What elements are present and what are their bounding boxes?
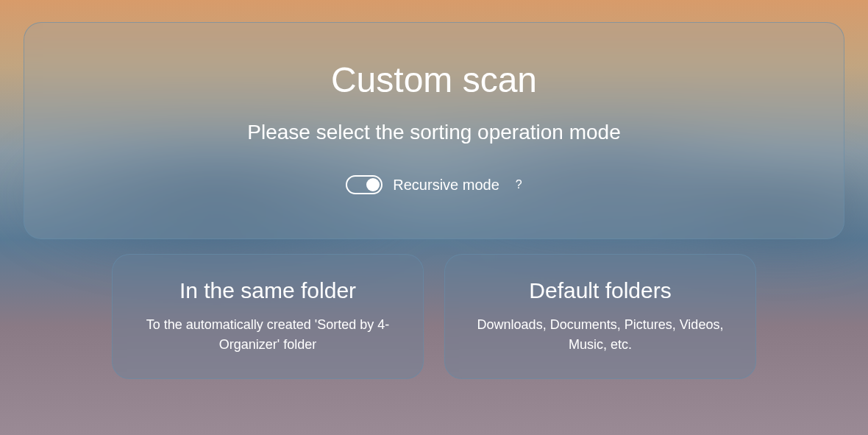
- toggle-row: Recursive mode ?: [54, 175, 814, 194]
- option-default-folders[interactable]: Default folders Downloads, Documents, Pi…: [444, 254, 756, 379]
- option-title: In the same folder: [135, 278, 401, 303]
- options-row: In the same folder To the automatically …: [24, 254, 844, 379]
- option-title: Default folders: [467, 278, 733, 303]
- toggle-label: Recursive mode: [393, 177, 499, 194]
- option-description: Downloads, Documents, Pictures, Videos, …: [467, 315, 733, 355]
- toggle-knob-icon: [366, 178, 380, 191]
- help-icon[interactable]: ?: [516, 178, 522, 191]
- option-same-folder[interactable]: In the same folder To the automatically …: [112, 254, 424, 379]
- header-card: Custom scan Please select the sorting op…: [24, 22, 844, 239]
- page-subtitle: Please select the sorting operation mode: [54, 121, 814, 144]
- option-description: To the automatically created 'Sorted by …: [135, 315, 401, 355]
- recursive-mode-toggle[interactable]: [346, 175, 383, 194]
- page-title: Custom scan: [54, 60, 814, 100]
